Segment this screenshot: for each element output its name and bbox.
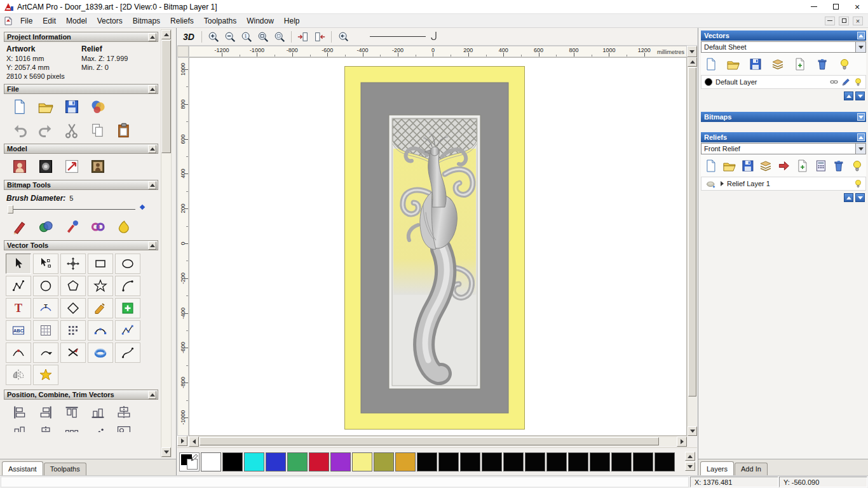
create-text-icon[interactable]: T	[6, 298, 31, 318]
relief-select[interactable]: Front Relief	[701, 143, 866, 154]
menu-window[interactable]: Window	[241, 15, 279, 27]
ruler-options-button[interactable]	[687, 46, 697, 57]
export-model-icon[interactable]	[90, 98, 106, 115]
fit-polyline-icon[interactable]	[115, 320, 140, 341]
tab-layers[interactable]: Layers	[700, 461, 734, 475]
palette-swatch-7[interactable]	[352, 452, 372, 471]
layer-open-icon[interactable]	[722, 159, 737, 173]
layer-bulb-icon[interactable]	[853, 77, 864, 87]
mdi-close-button[interactable]: ×	[853, 17, 863, 25]
scroll-up-button[interactable]	[161, 30, 171, 39]
redo-icon[interactable]	[37, 122, 54, 139]
move-layer-up-button[interactable]	[844, 92, 853, 100]
undo-icon[interactable]	[11, 122, 28, 139]
layer-edit-icon[interactable]	[841, 77, 851, 87]
layer-merge-icon[interactable]	[758, 159, 773, 173]
nesting-icon[interactable]	[116, 424, 132, 432]
layer-sheet-icon[interactable]	[795, 159, 810, 173]
paint-selective-icon[interactable]	[64, 219, 80, 235]
reverse-vector-icon[interactable]	[33, 342, 58, 363]
collapse-section-button[interactable]	[148, 241, 156, 250]
brush-diameter-slider[interactable]	[6, 204, 153, 214]
bitmap-to-vector-icon[interactable]	[33, 320, 58, 341]
mdi-restore-button[interactable]	[839, 17, 849, 25]
slider-thumb[interactable]	[8, 205, 13, 214]
create-polyline-icon[interactable]	[6, 276, 31, 296]
zoom-out-icon[interactable]	[222, 30, 238, 44]
text-block-icon[interactable]: ABC	[6, 320, 31, 341]
palette-swatch-18[interactable]	[590, 452, 610, 471]
menu-toolpaths[interactable]: Toolpaths	[199, 15, 241, 27]
trim-vectors-icon[interactable]	[60, 342, 86, 363]
layer-bulb-icon[interactable]	[837, 57, 852, 71]
colour-palette-icon[interactable]	[37, 219, 54, 235]
palette-swatch-19[interactable]	[611, 452, 632, 471]
layer-delete-icon[interactable]	[831, 159, 846, 173]
resize-model-icon[interactable]	[64, 158, 80, 175]
layer-save-icon[interactable]	[748, 57, 763, 71]
sheet-select[interactable]: Default Sheet	[701, 41, 866, 53]
menu-file[interactable]: File	[15, 15, 37, 27]
palette-swatch-3[interactable]	[266, 452, 286, 471]
scrollbar-thumb[interactable]	[688, 67, 696, 396]
scroll-down-button[interactable]	[161, 447, 171, 457]
collapse-section-button[interactable]	[148, 85, 156, 93]
collapse-section-button[interactable]	[148, 181, 156, 189]
palette-swatch-17[interactable]	[568, 452, 588, 471]
menu-vectors[interactable]: Vectors	[92, 15, 128, 27]
paste-icon[interactable]	[116, 122, 132, 139]
pan-right-button[interactable]	[177, 436, 187, 446]
create-diamond-icon[interactable]	[60, 298, 86, 318]
horizontal-scrollbar[interactable]	[189, 436, 687, 446]
fit-curve-icon[interactable]	[115, 342, 140, 363]
layer-open-icon[interactable]	[726, 57, 741, 71]
layer-sheet-icon[interactable]	[792, 57, 808, 71]
offset-vector-icon[interactable]	[88, 298, 113, 318]
zoom-100-icon[interactable]: 1	[239, 30, 254, 44]
create-star-icon[interactable]	[88, 276, 113, 296]
dot-spacing-icon[interactable]	[90, 424, 106, 432]
menu-help[interactable]: Help	[279, 15, 305, 27]
lightbox-icon[interactable]	[90, 158, 106, 175]
align-bottom-icon[interactable]	[90, 404, 106, 421]
zoom-fit-page-icon[interactable]	[255, 30, 271, 44]
palette-swatch-20[interactable]	[633, 452, 653, 471]
save-model-icon[interactable]	[64, 98, 80, 115]
open-model-icon[interactable]	[37, 98, 54, 115]
create-polygon-icon[interactable]	[60, 276, 86, 296]
copy-icon[interactable]	[90, 122, 106, 139]
layer-snap-icon[interactable]	[829, 77, 839, 87]
layer-colour-dot[interactable]	[705, 78, 712, 86]
primary-secondary-colour[interactable]	[179, 452, 200, 471]
align-top-icon[interactable]	[64, 404, 80, 421]
layer-new-icon[interactable]	[703, 159, 719, 173]
fit-arcs-icon[interactable]	[88, 320, 113, 341]
snap-to-left-icon[interactable]	[295, 30, 311, 44]
node-editing-icon[interactable]	[33, 254, 58, 274]
wrap-star-icon[interactable]	[33, 365, 58, 385]
palette-swatch-21[interactable]	[654, 452, 675, 471]
align-left-icon[interactable]	[11, 404, 28, 421]
zoom-in-icon[interactable]	[206, 30, 221, 44]
vertical-scrollbar[interactable]	[687, 57, 697, 436]
move-layer-down-button[interactable]	[855, 193, 865, 202]
collapse-reliefs-button[interactable]	[857, 133, 865, 141]
palette-up-button[interactable]	[685, 452, 695, 461]
palette-swatch-0[interactable]	[201, 452, 221, 471]
palette-down-button[interactable]	[685, 462, 695, 471]
create-circle-icon[interactable]	[33, 276, 58, 296]
minimize-button[interactable]	[803, 0, 825, 13]
join-vectors-icon[interactable]	[6, 342, 31, 363]
palette-swatch-1[interactable]	[222, 452, 243, 471]
scroll-right-button[interactable]	[677, 437, 687, 447]
mdi-minimize-button[interactable]	[825, 17, 835, 25]
layer-bulb-icon[interactable]	[853, 179, 864, 189]
nest-vectors-icon[interactable]	[60, 320, 86, 341]
palette-swatch-10[interactable]	[417, 452, 437, 471]
layer-delete-icon[interactable]	[815, 57, 830, 71]
align-centre-icon[interactable]	[116, 404, 132, 421]
expand-bitmaps-button[interactable]	[857, 113, 865, 121]
create-revolve-icon[interactable]	[88, 342, 113, 363]
collapse-vectors-button[interactable]	[857, 32, 865, 39]
palette-swatch-13[interactable]	[482, 452, 502, 471]
